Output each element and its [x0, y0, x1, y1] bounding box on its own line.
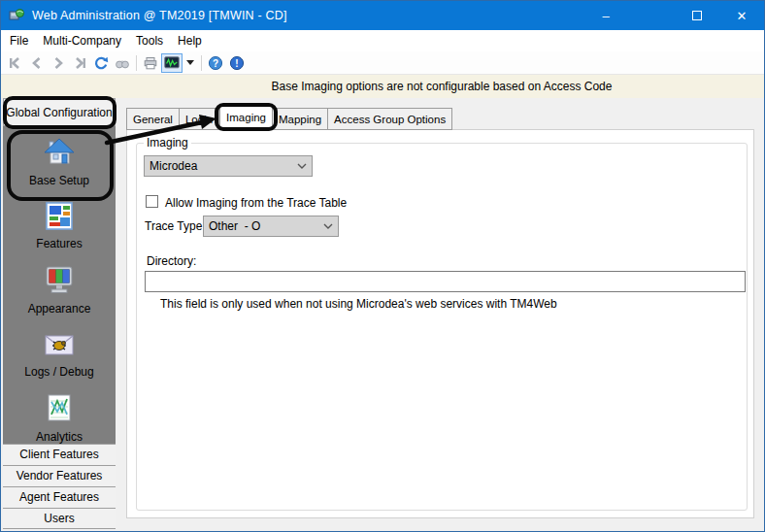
chevron-down-icon [323, 223, 333, 229]
allow-imaging-trace-checkbox[interactable] [146, 195, 158, 208]
groupbox-legend: Imaging [144, 136, 191, 150]
menu-bar: File Multi-Company Tools Help [1, 30, 764, 51]
trace-type-value: Other - O [209, 219, 260, 233]
sidebar-item-label: Analytics [36, 430, 83, 444]
sidebar-item-label: Appearance [28, 302, 91, 316]
sidebar-item-label: Features [36, 237, 82, 250]
sidebar-item-analytics[interactable]: Analytics [3, 392, 116, 444]
help-icon[interactable]: ? [205, 53, 226, 73]
window-title: Web Administration @ TM2019 [TMWIN - CD] [32, 9, 287, 22]
sidebar-header-global-configuration[interactable]: Global Configuration [3, 98, 116, 126]
directory-note: This field is only used when not using M… [160, 297, 557, 311]
tab-access-group-options[interactable]: Access Group Options [328, 108, 452, 130]
svg-text:?: ? [213, 57, 218, 68]
sidebar-item-users[interactable]: Users [3, 508, 116, 529]
menu-help[interactable]: Help [178, 34, 202, 48]
menu-file[interactable]: File [10, 34, 28, 48]
sidebar: Global Configuration Base Setup [3, 98, 116, 529]
envelope-bug-icon [43, 329, 76, 363]
trace-type-select[interactable]: Other - O [203, 216, 339, 237]
maximize-button[interactable] [675, 1, 719, 30]
title-bar: Web Administration @ TM2019 [TMWIN - CD]… [1, 1, 764, 30]
trace-monitor-icon[interactable] [161, 53, 183, 73]
chevron-down-icon [297, 163, 307, 169]
close-button[interactable]: ✕ [719, 1, 764, 30]
house-icon [42, 136, 77, 172]
sidebar-header-label: Global Configuration [6, 106, 112, 119]
access-code-banner: Base Imaging options are not configurabl… [1, 75, 764, 98]
tab-login[interactable]: Login [180, 108, 219, 130]
binoculars-icon[interactable] [112, 53, 133, 73]
sidebar-item-base-setup[interactable]: Base Setup [3, 136, 116, 187]
sidebar-item-vendor-features[interactable]: Vendor Features [3, 465, 116, 486]
imaging-tab-panel: Imaging Microdea Allow Imaging from the … [126, 129, 754, 518]
maximize-icon [692, 11, 702, 20]
features-grid-icon [43, 201, 76, 235]
sidebar-item-agent-features[interactable]: Agent Features [3, 486, 116, 508]
sidebar-item-logs-debug[interactable]: Logs / Debug [3, 329, 116, 379]
banner-text: Base Imaging options are not configurabl… [272, 80, 613, 93]
app-icon [9, 8, 24, 23]
trace-type-label: Trace Type [145, 219, 202, 233]
allow-imaging-trace-label: Allow Imaging from the Trace Table [165, 196, 347, 210]
directory-label: Directory: [147, 254, 196, 268]
next-record-icon[interactable] [48, 53, 69, 73]
about-icon[interactable]: ! [226, 53, 248, 73]
first-record-icon[interactable] [5, 53, 26, 73]
tab-strip: General Login Imaging Mapping Access Gro… [126, 105, 452, 130]
menu-tools[interactable]: Tools [136, 34, 163, 48]
chart-sheet-icon [43, 392, 76, 428]
monitor-colors-icon [43, 264, 76, 300]
sidebar-item-label: Logs / Debug [24, 365, 93, 379]
toolbar: ? ! [1, 51, 764, 75]
sidebar-item-label: Base Setup [29, 174, 89, 187]
toolbar-separator [201, 55, 202, 71]
imaging-provider-value: Microdea [150, 159, 197, 173]
imaging-provider-select[interactable]: Microdea [144, 155, 313, 177]
app-window: Web Administration @ TM2019 [TMWIN - CD]… [0, 0, 765, 532]
sidebar-items: Base Setup Features [3, 126, 116, 444]
sidebar-item-features[interactable]: Features [3, 201, 116, 250]
svg-text:!: ! [235, 57, 238, 68]
sidebar-bottom-nav: Client Features Vendor Features Agent Fe… [3, 444, 116, 529]
directory-input[interactable] [145, 271, 746, 292]
tab-mapping[interactable]: Mapping [273, 108, 328, 130]
tab-general[interactable]: General [126, 108, 180, 130]
dropdown-caret-icon[interactable] [186, 60, 194, 65]
previous-record-icon[interactable] [26, 53, 48, 73]
refresh-icon[interactable] [90, 53, 112, 73]
minimize-button[interactable]: – [583, 1, 628, 30]
toolbar-separator [136, 55, 137, 71]
print-icon[interactable] [140, 53, 161, 73]
sidebar-item-appearance[interactable]: Appearance [3, 264, 116, 316]
menu-multi-company[interactable]: Multi-Company [43, 34, 121, 48]
sidebar-item-client-features[interactable]: Client Features [3, 444, 116, 465]
tab-imaging[interactable]: Imaging [219, 105, 273, 130]
tab-imaging-label: Imaging [226, 112, 266, 123]
last-record-icon[interactable] [69, 53, 90, 73]
